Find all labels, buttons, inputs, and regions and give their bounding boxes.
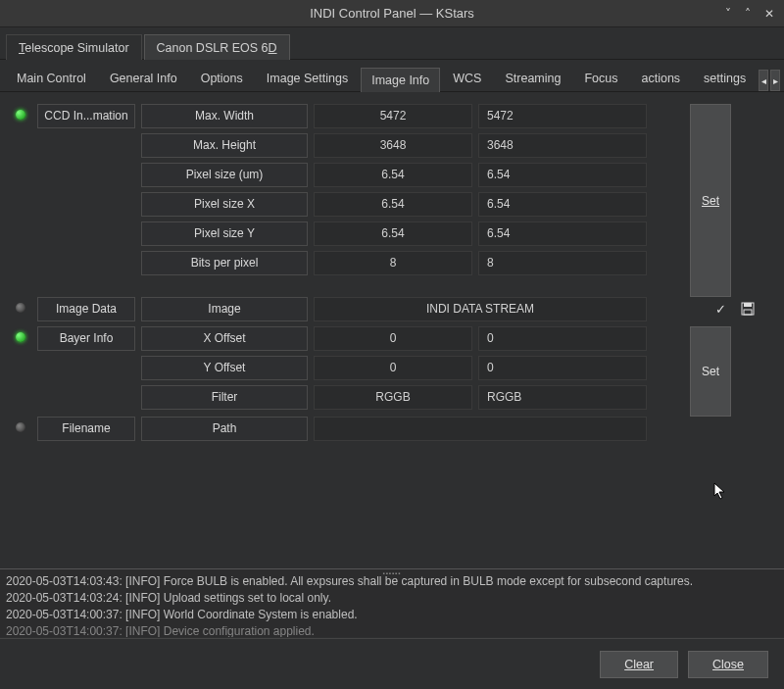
log-line: 2020-05-03T14:03:24: [INFO] Upload setti… [6,590,778,607]
prop-label: Max. Height [141,133,308,158]
group-label-ccd-info: CCD In...mation [37,104,135,128]
led-filename [16,422,25,432]
tab-streaming[interactable]: Streaming [494,66,571,91]
minimize-icon[interactable]: ˅ [725,7,731,21]
log-line: 2020-05-03T14:00:37: [INFO] Device confi… [6,623,778,637]
value-input[interactable]: 5472 [478,104,647,128]
log-panel[interactable]: ▪▪▪▪▪▪ 2020-05-03T14:03:43: [INFO] Force… [0,568,784,637]
bottom-bar: Clear Close [0,638,784,689]
value-readonly: 3648 [314,133,472,158]
value-readonly: 6.54 [314,163,472,187]
row-bayer-y-offset: Y Offset 0 0 [16,356,686,380]
tab-image-settings[interactable]: Image Settings [256,66,359,91]
row-ccd-max-width: CCD In...mation Max. Width 5472 5472 [16,104,686,128]
tab-canon-dslr[interactable]: Canon DSLR EOS 6D [144,34,290,60]
prop-label: Pixel size (um) [141,163,308,187]
window-title: INDI Control Panel — KStars [310,6,474,21]
clear-button[interactable]: Clear [600,651,678,678]
main-panel: CCD In...mation Max. Width 5472 5472 Max… [0,92,784,441]
prop-label: Pixel size X [141,192,308,217]
tab-options[interactable]: Options [190,66,254,91]
led-bayer [16,332,25,342]
splitter-grip-icon[interactable]: ▪▪▪▪▪▪ [0,568,784,569]
value-input[interactable]: RGGB [478,385,647,410]
led-ccd-info [16,110,25,120]
value-readonly: 8 [314,251,472,275]
value-input[interactable]: 8 [478,251,647,275]
prop-label: X Offset [141,326,308,351]
maximize-icon[interactable]: ˄ [745,7,751,21]
value-input[interactable]: 6.54 [478,221,647,246]
row-ccd-max-height: Max. Height 3648 3648 [16,133,686,158]
mouse-cursor-icon [713,482,727,504]
svg-rect-1 [744,303,752,307]
row-image-data: Image Data Image INDI DATA STREAM ✓ [16,297,780,321]
tab-actions[interactable]: actions [631,66,692,91]
close-button[interactable]: Close [688,651,768,678]
enable-blob-checkbox[interactable]: ✓ [711,300,729,318]
value-readonly: 0 [314,356,472,380]
prop-label: Filter [141,385,308,410]
device-tabs: Telescope Simulator Canon DSLR EOS 6D [0,27,784,60]
tab-telescope-simulator[interactable]: Telescope Simulator [6,34,142,60]
value-image-stream[interactable]: INDI DATA STREAM [314,297,647,321]
row-ccd-bits-per-pixel: Bits per pixel 8 8 [16,251,686,275]
prop-label: Y Offset [141,356,308,380]
tab-scroll-left-icon[interactable]: ◂ [759,70,768,91]
tab-scroll-right-icon[interactable]: ▸ [770,70,780,91]
row-ccd-pixel-size: Pixel size (um) 6.54 6.54 [16,163,686,187]
row-bayer-x-offset: Bayer Info X Offset 0 0 [16,326,686,351]
prop-label: Max. Width [141,104,308,128]
value-readonly: 5472 [314,104,472,128]
value-readonly: 0 [314,326,472,351]
row-bayer-filter: Filter RGGB RGGB [16,385,686,410]
prop-label: Path [141,417,308,441]
prop-label: Image [141,297,308,321]
group-label-image-data: Image Data [37,297,135,321]
title-bar: INDI Control Panel — KStars ˅ ˄ ✕ [0,0,784,27]
tab-wcs[interactable]: WCS [442,66,492,91]
value-readonly: 6.54 [314,192,472,217]
tab-general-info[interactable]: General Info [99,66,188,91]
led-image-data [16,303,25,313]
prop-label: Bits per pixel [141,251,308,275]
row-ccd-pixel-size-y: Pixel size Y 6.54 6.54 [16,221,686,246]
value-input[interactable]: 0 [478,356,647,380]
group-label-bayer: Bayer Info [37,326,135,351]
value-input[interactable]: 6.54 [478,192,647,217]
log-line: 2020-05-03T14:00:37: [INFO] World Coordi… [6,607,778,623]
value-input[interactable]: 6.54 [478,163,647,187]
svg-rect-2 [744,310,752,315]
value-input[interactable]: 3648 [478,133,647,158]
value-readonly: 6.54 [314,221,472,246]
value-readonly: RGGB [314,385,472,410]
row-filename: Filename Path [16,417,780,441]
row-ccd-pixel-size-x: Pixel size X 6.54 6.54 [16,192,686,217]
prop-label: Pixel size Y [141,221,308,246]
group-label-filename: Filename [37,417,135,441]
tab-settings[interactable]: settings [693,66,757,91]
property-tabs: Main Control General Info Options Image … [0,60,784,92]
set-button-bayer[interactable]: Set [690,326,731,417]
window-controls: ˅ ˄ ✕ [725,7,774,21]
tab-image-info[interactable]: Image Info [361,68,440,92]
close-icon[interactable]: ✕ [764,7,774,21]
tab-main-control[interactable]: Main Control [6,66,97,91]
set-button-ccd[interactable]: Set [690,104,731,297]
value-input[interactable]: 0 [478,326,647,351]
tab-focus[interactable]: Focus [573,66,628,91]
save-blob-icon[interactable] [739,300,757,318]
value-filename-path[interactable] [314,417,647,441]
